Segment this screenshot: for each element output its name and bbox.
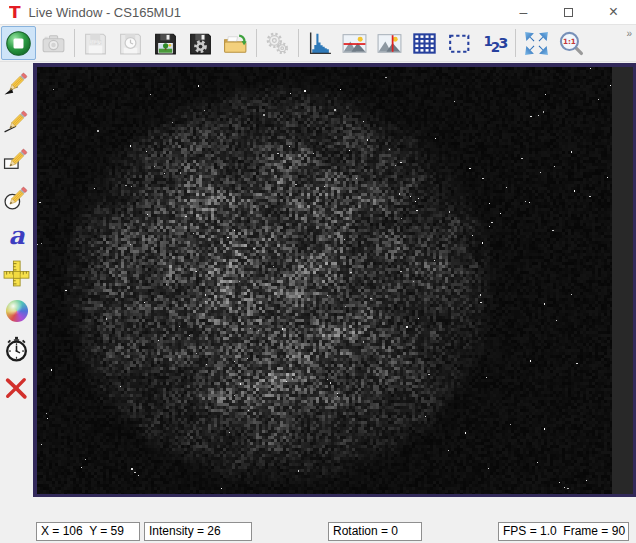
close-icon: × [609,3,618,21]
settings-button[interactable] [260,26,295,60]
save-image-floppy-icon [152,30,179,57]
fps-frame-field: FPS = 1.0 Frame = 90 [498,522,629,541]
maximize-icon [564,8,573,17]
expand-arrows-icon [523,30,550,57]
save-image-button[interactable] [148,26,183,60]
histogram-button[interactable] [302,26,337,60]
status-bar: X = 106 Y = 59 Intensity = 26 Rotation =… [0,518,636,543]
vertical-line-profile-icon [376,30,403,57]
text-a-icon: a [8,223,24,248]
fit-to-window-button[interactable] [519,26,554,60]
rectangle-pencil-icon [3,146,30,173]
dashed-roi-icon [446,30,473,57]
draw-rectangle-button[interactable] [2,145,32,173]
toolbar-separator [256,29,257,57]
timed-save-floppy-icon [117,30,144,57]
maximize-button[interactable] [546,0,591,24]
color-picker-button[interactable] [2,297,32,325]
zoom-1-1-button[interactable]: 1:1 [554,26,589,60]
timer-button[interactable] [2,335,32,363]
open-folder-icon [222,30,249,57]
numbers-123-icon: 1 2 3 [481,30,508,57]
close-button[interactable]: × [591,0,636,24]
snapshot-button[interactable] [36,26,71,60]
title-bar: T Live Window - CS165MU1 – × [0,0,636,25]
camera-image[interactable] [37,67,612,494]
svg-text:3: 3 [498,34,508,50]
toolbar-separator [515,29,516,57]
intensity-field: Intensity = 26 [144,522,252,541]
draw-line-button[interactable] [2,107,32,135]
horizontal-profile-button[interactable] [337,26,372,60]
image-viewport [33,63,636,497]
main-area: a [0,62,636,518]
measure-button[interactable] [2,259,32,287]
line-pencil-icon [3,108,30,135]
toolbar: REC [0,25,636,62]
stop-live-icon [5,30,32,57]
thorlabs-logo-icon: T [9,4,21,20]
rotation-field: Rotation = 0 [328,522,422,541]
record-button[interactable]: REC [78,26,113,60]
minimize-button[interactable]: – [501,0,546,24]
timed-save-button[interactable] [113,26,148,60]
add-text-button[interactable]: a [2,221,32,249]
ruler-cross-icon [3,260,30,287]
svg-text:1:1: 1:1 [563,37,576,46]
camera-icon [40,30,67,57]
arrow-pencil-icon [3,70,30,97]
vertical-profile-button[interactable] [372,26,407,60]
toolbar-overflow-button[interactable]: » [626,28,632,39]
toolbar-separator [298,29,299,57]
stopwatch-icon [3,336,30,363]
cursor-position-field: X = 106 Y = 59 [36,522,140,541]
grid-icon [411,30,438,57]
horizontal-line-profile-icon [341,30,368,57]
save-settings-floppy-icon [187,30,214,57]
open-file-button[interactable] [218,26,253,60]
window-controls: – × [501,0,636,24]
ellipse-pencil-icon [3,184,30,211]
grid-overlay-button[interactable] [407,26,442,60]
draw-arrow-button[interactable] [2,69,32,97]
color-sphere-icon [6,300,28,322]
delete-annotations-button[interactable] [2,373,32,401]
record-floppy-icon: REC [82,30,109,57]
gears-icon [264,30,291,57]
minimize-icon: – [520,4,528,20]
draw-ellipse-button[interactable] [2,183,32,211]
one-to-one-zoom-icon: 1:1 [558,30,585,57]
pixel-values-button[interactable]: 1 2 3 [477,26,512,60]
red-x-icon [3,374,30,401]
svg-text:REC: REC [90,38,102,44]
save-settings-button[interactable] [183,26,218,60]
roi-select-button[interactable] [442,26,477,60]
annotation-tool-rail: a [0,62,33,518]
histogram-icon [306,30,333,57]
live-stop-button[interactable] [1,26,36,60]
window-title: Live Window - CS165MU1 [29,5,181,20]
toolbar-separator [74,29,75,57]
viewport-filler [612,67,633,494]
